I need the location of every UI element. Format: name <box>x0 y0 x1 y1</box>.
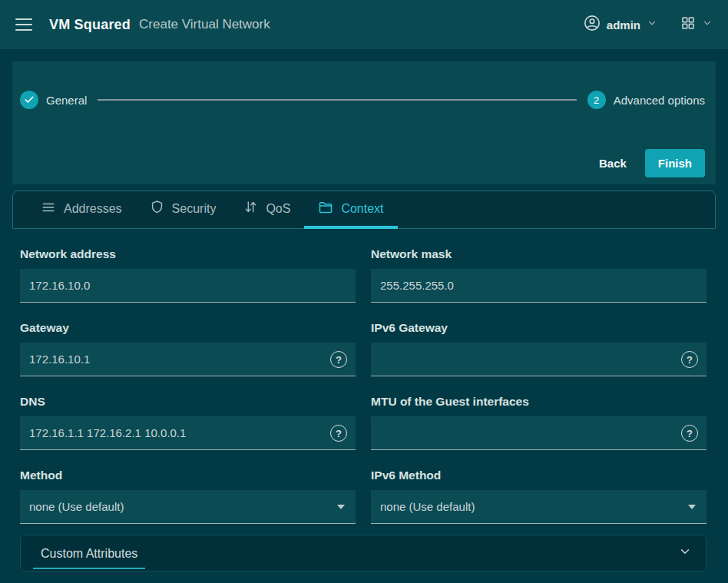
dns-input[interactable] <box>20 416 356 450</box>
tab-context[interactable]: Context <box>304 191 397 229</box>
field-label: IPv6 Gateway <box>371 321 706 335</box>
caret-down-icon <box>688 505 696 509</box>
selected-option: none (Use default) <box>380 500 475 513</box>
step-general[interactable]: General <box>20 91 87 109</box>
apps-menu[interactable] <box>680 15 713 34</box>
main-content: General 2 Advanced options Back Finish A… <box>0 49 728 571</box>
step-label: Advanced options <box>614 94 705 107</box>
selected-option: none (Use default) <box>29 500 124 513</box>
network-address-input[interactable] <box>20 269 356 303</box>
network-mask-input[interactable] <box>371 269 706 303</box>
user-avatar-icon <box>584 15 601 35</box>
tab-qos[interactable]: QoS <box>230 191 304 229</box>
field-label: Gateway <box>20 321 356 335</box>
field-label: Method <box>20 469 356 482</box>
stepper-connector <box>98 99 576 101</box>
field-gateway: Gateway ? <box>20 321 356 376</box>
chevron-down-icon <box>678 545 692 561</box>
context-form: Network address Network mask Gateway ? I… <box>12 229 716 524</box>
chevron-down-icon <box>702 18 713 31</box>
field-mtu: MTU of the Guest interfaces ? <box>371 395 706 450</box>
tab-addresses[interactable]: Addresses <box>27 191 136 229</box>
folder-icon <box>318 200 333 218</box>
field-label: DNS <box>20 395 356 409</box>
field-label: IPv6 Method <box>371 469 706 482</box>
step-label: General <box>46 94 87 107</box>
field-label: Network address <box>20 247 356 261</box>
help-icon[interactable]: ? <box>681 351 698 368</box>
page-title: Create Virtual Network <box>139 17 270 32</box>
back-button[interactable]: Back <box>588 150 637 177</box>
field-label: Network mask <box>371 247 706 261</box>
step-number: 2 <box>594 94 599 106</box>
user-name: admin <box>607 18 640 31</box>
field-label: MTU of the Guest interfaces <box>371 395 706 409</box>
field-ipv6-gateway: IPv6 Gateway ? <box>371 321 706 376</box>
custom-attributes-accordion[interactable]: Custom Attributes <box>20 535 706 571</box>
check-icon <box>20 91 38 109</box>
help-icon[interactable]: ? <box>330 351 347 368</box>
wizard-actions: Back Finish <box>20 149 705 177</box>
custom-attributes-label: Custom Attributes <box>33 538 145 569</box>
sort-arrows-icon <box>243 200 258 217</box>
chevron-down-icon <box>647 18 657 31</box>
gateway-input[interactable] <box>20 343 356 376</box>
tab-label: Addresses <box>64 202 122 216</box>
field-ipv6-method: IPv6 Method none (Use default) <box>371 469 706 524</box>
tab-label: QoS <box>266 202 290 216</box>
field-network-mask: Network mask <box>371 247 706 303</box>
method-select[interactable]: none (Use default) <box>20 490 356 524</box>
brand-title: VM Squared <box>49 17 131 33</box>
tab-bar: Addresses Security QoS Context <box>12 190 716 229</box>
mtu-input[interactable] <box>371 416 706 450</box>
hamburger-menu-icon[interactable] <box>15 18 32 31</box>
wizard-panel: General 2 Advanced options Back Finish <box>12 61 716 184</box>
field-dns: DNS ? <box>20 395 356 450</box>
ipv6-gateway-input[interactable] <box>371 343 706 376</box>
help-icon[interactable]: ? <box>681 425 698 442</box>
shield-icon <box>150 200 164 217</box>
field-method: Method none (Use default) <box>20 469 356 524</box>
field-network-address: Network address <box>20 247 356 303</box>
caret-down-icon <box>337 505 345 509</box>
tab-security[interactable]: Security <box>136 191 230 229</box>
finish-button[interactable]: Finish <box>645 149 705 177</box>
ipv6-method-select[interactable]: none (Use default) <box>371 490 706 524</box>
list-icon <box>41 200 56 218</box>
step-advanced-options[interactable]: 2 Advanced options <box>587 91 705 109</box>
help-icon[interactable]: ? <box>330 425 347 442</box>
app-header: VM Squared Create Virtual Network admin <box>0 0 728 49</box>
user-menu[interactable]: admin <box>584 15 657 35</box>
apps-grid-icon <box>680 15 696 34</box>
tab-label: Context <box>341 202 383 216</box>
stepper: General 2 Advanced options <box>20 91 705 109</box>
tab-label: Security <box>172 202 217 216</box>
